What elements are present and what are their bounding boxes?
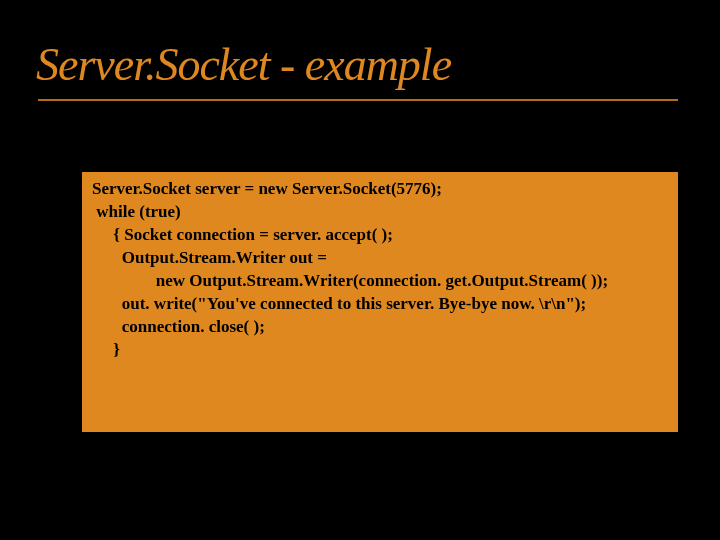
code-line: out. write("You've connected to this ser… xyxy=(92,294,586,313)
code-line: connection. close( ); xyxy=(92,317,265,336)
code-line: new Output.Stream.Writer(connection. get… xyxy=(92,271,608,290)
title-underline xyxy=(38,99,678,101)
code-line: } xyxy=(92,340,120,359)
code-line: { Socket connection = server. accept( ); xyxy=(92,225,393,244)
code-line: Server.Socket server = new Server.Socket… xyxy=(92,179,442,198)
slide: Server.Socket - example Server.Socket se… xyxy=(0,0,720,540)
code-line: while (true) xyxy=(92,202,181,221)
code-line: Output.Stream.Writer out = xyxy=(92,248,327,267)
slide-title: Server.Socket - example xyxy=(0,0,720,91)
code-box: Server.Socket server = new Server.Socket… xyxy=(82,172,678,432)
